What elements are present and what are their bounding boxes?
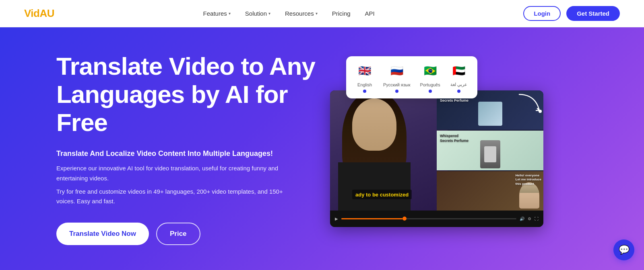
lang-name-russian: Русский язык [383, 82, 411, 87]
svg-point-0 [539, 110, 542, 113]
fullscreen-icon[interactable]: ⛶ [535, 217, 539, 221]
thumbnail-2: WhisperedSecrets Perfume [437, 131, 543, 170]
nav-link-solution[interactable]: Solution ▾ [245, 10, 270, 17]
lang-russian[interactable]: 🇷🇺 Русский язык [383, 62, 411, 93]
video-controls-bar[interactable]: ▶ 🔊 ⚙ ⛶ [330, 211, 543, 227]
login-button[interactable]: Login [523, 6, 561, 21]
lang-arabic[interactable]: 🇦🇪 عربي لغة [450, 62, 468, 93]
get-started-button[interactable]: Get Started [566, 6, 620, 21]
nav-item-resources[interactable]: Resources ▾ [285, 10, 318, 17]
play-icon[interactable]: ▶ [335, 217, 338, 221]
chevron-down-icon: ▾ [268, 11, 270, 16]
nav-label-pricing: Pricing [332, 10, 351, 17]
lang-dot-russian [395, 90, 398, 93]
price-button[interactable]: Price [156, 223, 200, 245]
translate-video-button[interactable]: Translate Video Now [56, 223, 149, 245]
flag-arabic: 🇦🇪 [450, 62, 468, 80]
arrow-icon [515, 90, 547, 123]
logo-vid: Vid [24, 7, 39, 19]
navbar: VidAU Features ▾ Solution ▾ Resources ▾ … [0, 0, 644, 27]
nav-label-solution: Solution [245, 10, 267, 17]
lang-dot-arabic [457, 90, 460, 93]
logo-au: AU [39, 7, 54, 19]
hero-subtitle: Translate And Localize Video Content Int… [56, 149, 330, 158]
nav-label-api: API [365, 10, 375, 17]
nav-label-resources: Resources [285, 10, 314, 17]
chat-button[interactable]: 💬 [613, 239, 634, 260]
lang-dot-portuguese [429, 90, 432, 93]
progress-fill [341, 218, 402, 219]
hero-buttons: Translate Video Now Price [56, 223, 330, 245]
nav-link-features[interactable]: Features ▾ [203, 10, 231, 17]
flag-english: 🇬🇧 [356, 62, 374, 80]
nav-links: Features ▾ Solution ▾ Resources ▾ Pricin… [203, 10, 375, 17]
subtitle-text: ady to be customized [355, 192, 409, 198]
chevron-down-icon: ▾ [229, 11, 231, 16]
logo[interactable]: VidAU [24, 7, 54, 20]
flag-portuguese: 🇧🇷 [421, 62, 439, 80]
chat-icon: 💬 [619, 245, 630, 255]
video-subtitle: ady to be customized [352, 190, 412, 199]
lang-english[interactable]: 🇬🇧 English [356, 62, 374, 93]
thumb-label-2: WhisperedSecrets Perfume [440, 134, 469, 143]
volume-icon[interactable]: 🔊 [520, 217, 524, 221]
nav-label-features: Features [203, 10, 227, 17]
progress-bar[interactable] [341, 218, 516, 219]
lang-selected-dot [363, 90, 366, 93]
video-main-frame: WhisperedSecrets Perfume WhisperedSecret… [330, 90, 543, 211]
lang-name-arabic: عربي لغة [450, 82, 467, 87]
nav-item-solution[interactable]: Solution ▾ [245, 10, 270, 17]
nav-actions: Login Get Started [523, 6, 620, 21]
lang-name-portuguese: Português [420, 82, 440, 87]
nav-item-pricing[interactable]: Pricing [332, 10, 351, 17]
hero-title: Translate Video to Any Languages by AI f… [56, 52, 330, 137]
thumbnail-3: Hello! everyoneLet me introducethis prod… [437, 171, 543, 211]
nav-link-api[interactable]: API [365, 10, 375, 17]
nav-item-api[interactable]: API [365, 10, 375, 17]
lang-name-english: English [357, 82, 372, 87]
flag-russian: 🇷🇺 [388, 62, 406, 80]
nav-link-resources[interactable]: Resources ▾ [285, 10, 318, 17]
thumb-label-3: Hello! everyoneLet me introducethis prod… [516, 174, 541, 186]
settings-icon[interactable]: ⚙ [528, 217, 531, 221]
nav-link-pricing[interactable]: Pricing [332, 10, 351, 17]
hero-desc1: Experience our innovative AI tool for vi… [56, 164, 298, 184]
lang-portuguese[interactable]: 🇧🇷 Português [420, 62, 440, 93]
progress-dot [402, 217, 407, 221]
nav-item-features[interactable]: Features ▾ [203, 10, 231, 17]
hero-desc2: Try for free and customize videos in 49+… [56, 187, 298, 207]
video-player[interactable]: WhisperedSecrets Perfume WhisperedSecret… [330, 90, 543, 227]
hero-section: Translate Video to Any Languages by AI f… [0, 27, 644, 270]
hero-visual: 🇬🇧 English 🇷🇺 Русский язык 🇧🇷 Português … [330, 52, 596, 245]
hero-content: Translate Video to Any Languages by AI f… [56, 52, 330, 245]
chevron-down-icon: ▾ [316, 11, 318, 16]
language-selector[interactable]: 🇬🇧 English 🇷🇺 Русский язык 🇧🇷 Português … [346, 56, 477, 98]
